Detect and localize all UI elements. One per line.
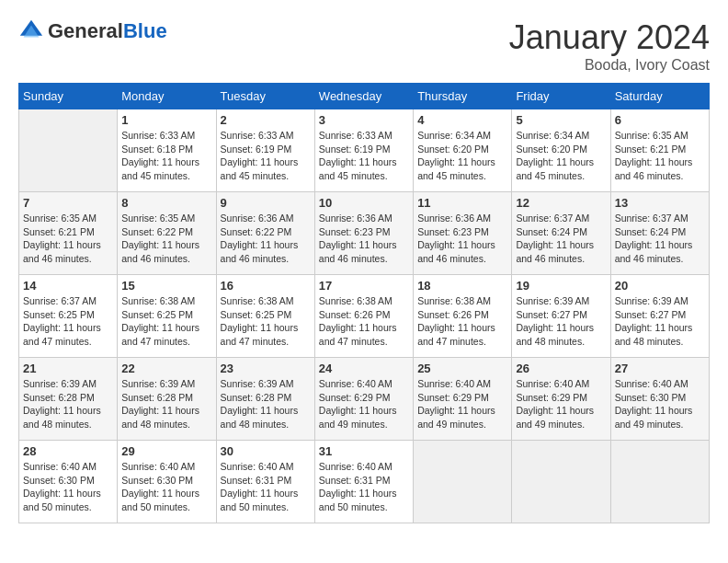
day-number: 6 <box>615 113 705 127</box>
calendar-cell <box>414 441 512 523</box>
calendar-cell: 23Sunrise: 6:39 AMSunset: 6:28 PMDayligh… <box>216 358 314 441</box>
day-info: Sunrise: 6:36 AMSunset: 6:23 PMDaylight:… <box>319 212 409 266</box>
day-number: 3 <box>319 113 409 127</box>
calendar-cell: 30Sunrise: 6:40 AMSunset: 6:31 PMDayligh… <box>216 441 314 523</box>
day-number: 19 <box>516 279 606 293</box>
day-info: Sunrise: 6:39 AMSunset: 6:28 PMDaylight:… <box>221 377 311 431</box>
calendar-cell: 12Sunrise: 6:37 AMSunset: 6:24 PMDayligh… <box>512 192 610 275</box>
day-number: 24 <box>319 362 409 375</box>
day-info: Sunrise: 6:38 AMSunset: 6:26 PMDaylight:… <box>417 294 507 349</box>
day-number: 20 <box>615 279 705 293</box>
day-number: 23 <box>221 362 311 375</box>
calendar-cell: 11Sunrise: 6:36 AMSunset: 6:23 PMDayligh… <box>414 192 512 275</box>
header-cell-wednesday: Wednesday <box>314 84 413 109</box>
calendar-row-1: 1Sunrise: 6:33 AMSunset: 6:18 PMDaylight… <box>19 109 710 192</box>
page-header: GeneralBlue January 2024 Booda, Ivory Co… <box>18 18 710 74</box>
day-number: 12 <box>516 196 606 210</box>
day-number: 11 <box>417 196 507 210</box>
day-number: 25 <box>417 362 507 375</box>
calendar-cell: 19Sunrise: 6:39 AMSunset: 6:27 PMDayligh… <box>512 275 610 358</box>
day-number: 2 <box>221 113 311 127</box>
calendar-cell: 9Sunrise: 6:36 AMSunset: 6:22 PMDaylight… <box>216 192 314 275</box>
calendar-cell <box>610 441 709 523</box>
calendar-cell: 20Sunrise: 6:39 AMSunset: 6:27 PMDayligh… <box>610 275 709 358</box>
calendar-subtitle: Booda, Ivory Coast <box>509 57 710 74</box>
day-info: Sunrise: 6:35 AMSunset: 6:21 PMDaylight:… <box>23 212 113 266</box>
day-info: Sunrise: 6:39 AMSunset: 6:27 PMDaylight:… <box>516 294 606 349</box>
day-info: Sunrise: 6:35 AMSunset: 6:21 PMDaylight:… <box>615 129 705 183</box>
calendar-cell: 2Sunrise: 6:33 AMSunset: 6:19 PMDaylight… <box>216 109 314 192</box>
calendar-cell: 1Sunrise: 6:33 AMSunset: 6:18 PMDaylight… <box>118 109 216 192</box>
day-number: 21 <box>23 362 113 375</box>
day-number: 26 <box>516 362 606 375</box>
day-number: 13 <box>615 196 705 210</box>
calendar-row-3: 14Sunrise: 6:37 AMSunset: 6:25 PMDayligh… <box>19 275 710 358</box>
calendar-cell: 29Sunrise: 6:40 AMSunset: 6:30 PMDayligh… <box>118 441 216 523</box>
day-info: Sunrise: 6:37 AMSunset: 6:24 PMDaylight:… <box>516 212 606 266</box>
calendar-cell: 7Sunrise: 6:35 AMSunset: 6:21 PMDaylight… <box>19 192 118 275</box>
logo-blue-text: Blue <box>123 19 167 42</box>
logo-general-text: General <box>48 19 123 42</box>
calendar-header: SundayMondayTuesdayWednesdayThursdayFrid… <box>19 84 710 109</box>
day-info: Sunrise: 6:36 AMSunset: 6:23 PMDaylight:… <box>417 212 507 266</box>
day-info: Sunrise: 6:38 AMSunset: 6:25 PMDaylight:… <box>221 294 311 349</box>
logo: GeneralBlue <box>18 18 167 44</box>
calendar-cell: 24Sunrise: 6:40 AMSunset: 6:29 PMDayligh… <box>314 358 413 441</box>
calendar-cell <box>512 441 610 523</box>
calendar-cell: 15Sunrise: 6:38 AMSunset: 6:25 PMDayligh… <box>118 275 216 358</box>
day-info: Sunrise: 6:40 AMSunset: 6:29 PMDaylight:… <box>319 377 409 431</box>
day-number: 1 <box>121 113 211 127</box>
day-info: Sunrise: 6:37 AMSunset: 6:25 PMDaylight:… <box>23 294 113 349</box>
day-number: 18 <box>417 279 507 293</box>
day-info: Sunrise: 6:33 AMSunset: 6:18 PMDaylight:… <box>121 129 211 183</box>
header-row: SundayMondayTuesdayWednesdayThursdayFrid… <box>19 84 710 109</box>
day-number: 22 <box>121 362 211 375</box>
day-info: Sunrise: 6:40 AMSunset: 6:29 PMDaylight:… <box>516 377 606 431</box>
day-number: 27 <box>615 362 705 375</box>
calendar-table: SundayMondayTuesdayWednesdayThursdayFrid… <box>18 83 710 523</box>
day-info: Sunrise: 6:39 AMSunset: 6:28 PMDaylight:… <box>23 377 113 431</box>
day-info: Sunrise: 6:36 AMSunset: 6:22 PMDaylight:… <box>221 212 311 266</box>
day-info: Sunrise: 6:37 AMSunset: 6:24 PMDaylight:… <box>615 212 705 266</box>
calendar-cell: 26Sunrise: 6:40 AMSunset: 6:29 PMDayligh… <box>512 358 610 441</box>
day-info: Sunrise: 6:39 AMSunset: 6:28 PMDaylight:… <box>121 377 211 431</box>
calendar-cell: 16Sunrise: 6:38 AMSunset: 6:25 PMDayligh… <box>216 275 314 358</box>
day-info: Sunrise: 6:40 AMSunset: 6:29 PMDaylight:… <box>417 377 507 431</box>
day-number: 8 <box>121 196 211 210</box>
day-info: Sunrise: 6:33 AMSunset: 6:19 PMDaylight:… <box>221 129 311 183</box>
day-number: 7 <box>23 196 113 210</box>
day-number: 15 <box>121 279 211 293</box>
calendar-body: 1Sunrise: 6:33 AMSunset: 6:18 PMDaylight… <box>19 109 710 523</box>
header-cell-thursday: Thursday <box>414 84 512 109</box>
day-number: 5 <box>516 113 606 127</box>
day-number: 14 <box>23 279 113 293</box>
title-block: January 2024 Booda, Ivory Coast <box>509 18 710 74</box>
day-number: 9 <box>221 196 311 210</box>
calendar-cell: 5Sunrise: 6:34 AMSunset: 6:20 PMDaylight… <box>512 109 610 192</box>
calendar-cell: 28Sunrise: 6:40 AMSunset: 6:30 PMDayligh… <box>19 441 118 523</box>
calendar-cell: 14Sunrise: 6:37 AMSunset: 6:25 PMDayligh… <box>19 275 118 358</box>
calendar-row-4: 21Sunrise: 6:39 AMSunset: 6:28 PMDayligh… <box>19 358 710 441</box>
calendar-cell: 6Sunrise: 6:35 AMSunset: 6:21 PMDaylight… <box>610 109 709 192</box>
day-number: 10 <box>319 196 409 210</box>
day-number: 30 <box>221 444 311 458</box>
calendar-title: January 2024 <box>509 18 710 57</box>
calendar-row-5: 28Sunrise: 6:40 AMSunset: 6:30 PMDayligh… <box>19 441 710 523</box>
day-info: Sunrise: 6:38 AMSunset: 6:25 PMDaylight:… <box>121 294 211 349</box>
calendar-cell: 4Sunrise: 6:34 AMSunset: 6:20 PMDaylight… <box>414 109 512 192</box>
header-cell-monday: Monday <box>118 84 216 109</box>
calendar-cell: 18Sunrise: 6:38 AMSunset: 6:26 PMDayligh… <box>414 275 512 358</box>
day-info: Sunrise: 6:39 AMSunset: 6:27 PMDaylight:… <box>615 294 705 349</box>
day-number: 29 <box>121 444 211 458</box>
day-number: 16 <box>221 279 311 293</box>
day-info: Sunrise: 6:38 AMSunset: 6:26 PMDaylight:… <box>319 294 409 349</box>
day-info: Sunrise: 6:35 AMSunset: 6:22 PMDaylight:… <box>121 212 211 266</box>
day-info: Sunrise: 6:40 AMSunset: 6:30 PMDaylight:… <box>615 377 705 431</box>
calendar-cell: 27Sunrise: 6:40 AMSunset: 6:30 PMDayligh… <box>610 358 709 441</box>
calendar-cell: 13Sunrise: 6:37 AMSunset: 6:24 PMDayligh… <box>610 192 709 275</box>
calendar-cell: 17Sunrise: 6:38 AMSunset: 6:26 PMDayligh… <box>314 275 413 358</box>
day-number: 31 <box>319 444 409 458</box>
day-info: Sunrise: 6:34 AMSunset: 6:20 PMDaylight:… <box>417 129 507 183</box>
calendar-cell <box>19 109 118 192</box>
day-info: Sunrise: 6:34 AMSunset: 6:20 PMDaylight:… <box>516 129 606 183</box>
